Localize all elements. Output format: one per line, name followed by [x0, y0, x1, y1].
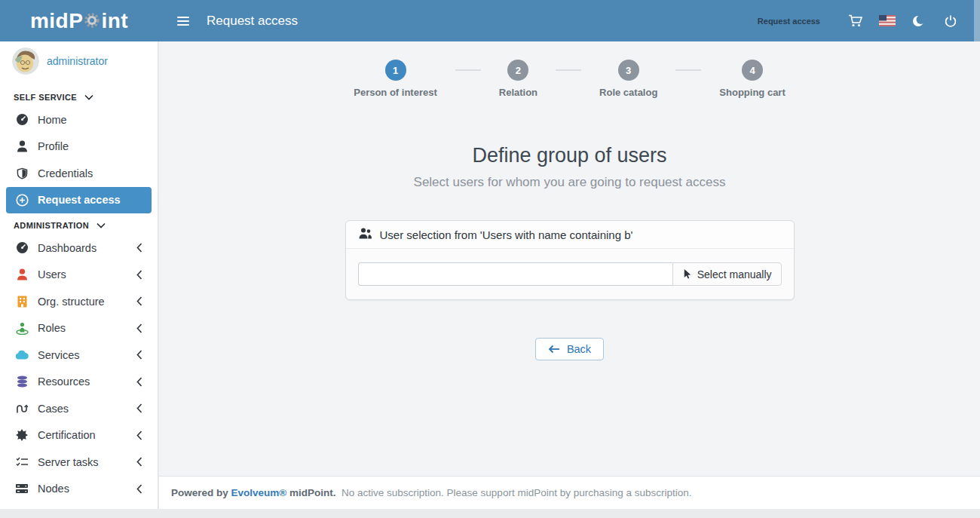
chevron-left-icon	[136, 377, 142, 387]
moon-icon[interactable]	[903, 14, 935, 28]
arrow-left-icon	[548, 345, 560, 354]
sidebar-item-home[interactable]: Home	[6, 106, 152, 133]
user-panel: administrator	[0, 41, 158, 81]
sidebar-item-request-access[interactable]: Request access	[6, 187, 152, 214]
wizard-step-relation[interactable]: 2 Relation	[499, 60, 537, 98]
logo-text-pre: midP	[30, 9, 83, 33]
wizard-connector	[455, 69, 481, 71]
main-content: 1 Person of interest 2 Relation 3 Role c…	[159, 41, 980, 509]
gear-icon	[84, 10, 100, 34]
section-header-self-service[interactable]: SELF SERVICE	[0, 91, 158, 103]
administration-nav: Dashboards Users Org. structure	[0, 234, 158, 502]
chevron-left-icon	[136, 484, 142, 494]
powered-by-text: Powered by	[171, 487, 231, 498]
server-icon	[15, 483, 29, 494]
street-view-icon	[15, 322, 29, 335]
sidebar-item-users[interactable]: Users	[6, 262, 152, 289]
chevron-left-icon	[136, 270, 142, 280]
user-selection-card: User selection from 'Users with name con…	[345, 220, 795, 300]
certificate-icon	[15, 429, 29, 441]
user-selection-input-group: Select manually	[358, 262, 782, 286]
top-header: midP int Request access Request acces	[0, 0, 980, 41]
card-header: User selection from 'Users with name con…	[346, 221, 794, 249]
card-body: Select manually	[346, 249, 794, 299]
sidebar-item-credentials[interactable]: Credentials	[6, 160, 152, 187]
select-manually-button[interactable]: Select manually	[672, 262, 782, 286]
wizard-step-person-of-interest[interactable]: 1 Person of interest	[354, 60, 437, 98]
building-icon	[15, 296, 29, 308]
chevron-left-icon	[136, 296, 142, 306]
users-icon	[358, 228, 372, 241]
plus-circle-icon	[15, 194, 29, 207]
sidebar-item-services[interactable]: Services	[6, 342, 152, 369]
breadcrumb: Request access	[758, 17, 820, 26]
chevron-down-icon	[96, 222, 106, 228]
cloud-icon	[15, 350, 29, 360]
sidebar-item-nodes[interactable]: Nodes	[6, 476, 152, 503]
mouse-pointer-icon	[682, 268, 691, 280]
tachometer-icon	[15, 241, 29, 254]
chevron-left-icon	[136, 457, 142, 467]
wizard-steps: 1 Person of interest 2 Relation 3 Role c…	[159, 41, 980, 98]
wizard-connector	[675, 69, 701, 71]
page-subtitle: Select users for whom you are going to r…	[159, 175, 980, 190]
cart-icon[interactable]	[840, 14, 871, 28]
chevron-left-icon	[136, 323, 142, 333]
wizard-step-role-catalog[interactable]: 3 Role catalog	[599, 60, 657, 98]
scrollbar-track[interactable]	[974, 0, 980, 41]
avatar[interactable]	[12, 48, 39, 75]
sidebar-item-resources[interactable]: Resources	[6, 369, 152, 396]
user-icon	[15, 140, 29, 152]
user-selection-input[interactable]	[358, 262, 672, 286]
sidebar-item-certification[interactable]: Certification	[6, 422, 152, 449]
sidebar: administrator SELF SERVICE Home Profile	[0, 41, 158, 509]
wizard-connector	[556, 69, 581, 71]
page-title: Define group of users	[159, 144, 980, 167]
sidebar-item-roles[interactable]: Roles	[6, 315, 152, 342]
chevron-left-icon	[136, 431, 142, 440]
card-title: User selection from 'Users with name con…	[380, 228, 633, 241]
chevron-left-icon	[136, 350, 142, 360]
user-name-link[interactable]: administrator	[47, 55, 108, 67]
actions-row: Back	[159, 338, 980, 360]
back-button[interactable]: Back	[535, 338, 604, 360]
self-service-nav: Home Profile Credentials Request access	[0, 106, 158, 213]
subscription-note: No active subscription. Please support m…	[336, 487, 692, 498]
section-header-administration[interactable]: ADMINISTRATION	[0, 219, 158, 231]
user-icon	[15, 268, 29, 280]
route-icon	[15, 403, 29, 414]
chevron-down-icon	[84, 94, 93, 100]
database-icon	[15, 375, 29, 388]
sidebar-item-org-structure[interactable]: Org. structure	[6, 288, 152, 315]
sidebar-item-cases[interactable]: Cases	[6, 395, 152, 422]
sidebar-item-profile[interactable]: Profile	[6, 133, 152, 161]
footer: Powered by Evolveum® midPoint. No active…	[159, 476, 980, 509]
logo-text-post: int	[101, 9, 128, 33]
chevron-left-icon	[136, 403, 142, 413]
sidebar-item-server-tasks[interactable]: Server tasks	[6, 449, 152, 476]
midpoint-app: midP int Request access Request acces	[0, 0, 980, 518]
wizard-step-shopping-cart[interactable]: 4 Shopping cart	[719, 60, 785, 98]
evolveum-link[interactable]: Evolveum®	[231, 487, 287, 498]
chevron-left-icon	[136, 243, 142, 253]
us-flag-icon[interactable]	[871, 15, 903, 26]
page-header-title: Request access	[207, 14, 298, 29]
power-icon[interactable]	[935, 14, 966, 28]
tachometer-icon	[15, 113, 29, 126]
list-check-icon	[15, 457, 29, 467]
shield-icon	[15, 167, 29, 179]
product-name: midPoint.	[286, 487, 335, 498]
hamburger-menu-icon[interactable]	[176, 15, 190, 27]
logo[interactable]: midP int	[0, 8, 158, 34]
header-actions	[840, 14, 966, 28]
sidebar-item-dashboards[interactable]: Dashboards	[6, 234, 152, 262]
